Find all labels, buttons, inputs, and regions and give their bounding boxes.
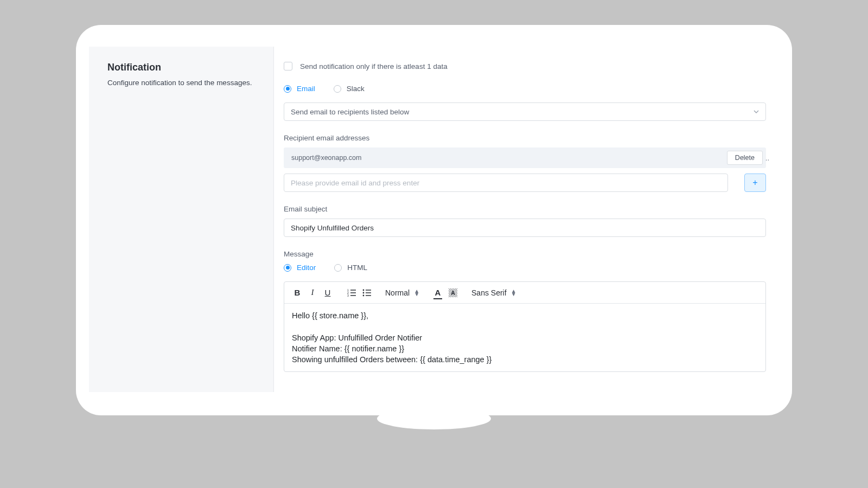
ordered-list-icon[interactable]: 123 — [346, 287, 357, 298]
editor-content[interactable]: Hello {{ store.name }}, Shopify App: Unf… — [284, 304, 765, 371]
radio-selected-icon — [284, 85, 291, 93]
svg-text:3: 3 — [347, 294, 349, 297]
radio-unselected-icon — [334, 264, 342, 272]
editor-toolbar: B I U 123 Normal ▲▼ — [284, 282, 765, 304]
recipient-email-input[interactable] — [284, 174, 728, 192]
italic-icon[interactable]: I — [307, 287, 318, 298]
checkbox-icon[interactable] — [284, 62, 292, 70]
svg-point-11 — [363, 294, 365, 296]
channel-radio-email[interactable]: Email — [284, 85, 315, 93]
settings-sidebar: Notification Configure notification to s… — [89, 47, 273, 392]
section-subtitle: Configure notification to send the messa… — [107, 79, 255, 87]
send-mode-value: Send email to recipients listed below — [291, 108, 409, 116]
svg-point-9 — [363, 289, 365, 291]
section-title: Notification — [107, 62, 255, 73]
channel-radio-group: Email Slack — [284, 85, 766, 93]
subject-label: Email subject — [284, 205, 766, 213]
recipients-label: Recipient email addresses — [284, 134, 766, 142]
font-family-select[interactable]: Sans Serif ▲▼ — [471, 288, 524, 297]
recipient-email: support@xeonapp.com — [291, 154, 361, 162]
message-mode-radio-group: Editor HTML — [284, 264, 766, 272]
highlight-color-icon[interactable]: A — [448, 287, 458, 298]
condition-checkbox-row[interactable]: Send notification only if there is atlea… — [284, 62, 766, 70]
bold-icon[interactable]: B — [292, 287, 303, 298]
channel-email-label: Email — [297, 85, 315, 93]
message-mode-editor-label: Editor — [297, 264, 316, 272]
subject-input[interactable] — [284, 219, 766, 237]
message-mode-editor[interactable]: Editor — [284, 264, 316, 272]
chevron-down-icon — [754, 110, 759, 113]
channel-slack-label: Slack — [347, 85, 365, 93]
monitor-frame: Notification Configure notification to s… — [76, 25, 792, 415]
svg-point-10 — [363, 292, 365, 293]
recipient-delete-button[interactable]: Delete — [727, 151, 763, 165]
unordered-list-icon[interactable] — [361, 287, 372, 298]
settings-main: Send notification only if there is atlea… — [273, 47, 779, 392]
radio-unselected-icon — [334, 85, 341, 93]
text-color-icon[interactable]: A — [432, 287, 443, 298]
condition-checkbox-label: Send notification only if there is atlea… — [300, 62, 448, 70]
recipient-add-button[interactable]: + — [744, 174, 766, 192]
recipient-row: support@xeonapp.com Delete .. — [284, 147, 766, 168]
svg-text:A: A — [451, 290, 455, 296]
monitor-base — [377, 408, 491, 429]
message-mode-html[interactable]: HTML — [334, 264, 367, 272]
recipient-add-row: + — [284, 174, 766, 192]
channel-radio-slack[interactable]: Slack — [334, 85, 365, 93]
updown-icon: ▲▼ — [511, 290, 516, 296]
message-label: Message — [284, 250, 766, 258]
paragraph-style-select[interactable]: Normal ▲▼ — [385, 288, 427, 297]
send-mode-select[interactable]: Send email to recipients listed below — [284, 102, 766, 121]
message-mode-html-label: HTML — [347, 264, 367, 272]
overflow-menu-icon[interactable]: .. — [765, 154, 769, 162]
updown-icon: ▲▼ — [414, 290, 419, 296]
app-screen: Notification Configure notification to s… — [89, 47, 779, 392]
rich-text-editor: B I U 123 Normal ▲▼ — [284, 281, 766, 372]
paragraph-style-value: Normal — [385, 288, 410, 297]
underline-icon[interactable]: U — [322, 287, 333, 298]
radio-selected-icon — [284, 264, 291, 272]
font-family-value: Sans Serif — [471, 288, 507, 297]
